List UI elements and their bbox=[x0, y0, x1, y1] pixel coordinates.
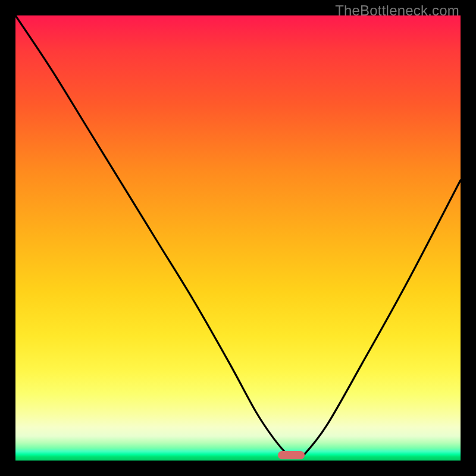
optimal-marker bbox=[278, 451, 305, 459]
chart-canvas: TheBottleneck.com bbox=[0, 0, 476, 476]
bottleneck-curve bbox=[15, 15, 461, 461]
plot-area bbox=[15, 15, 461, 461]
